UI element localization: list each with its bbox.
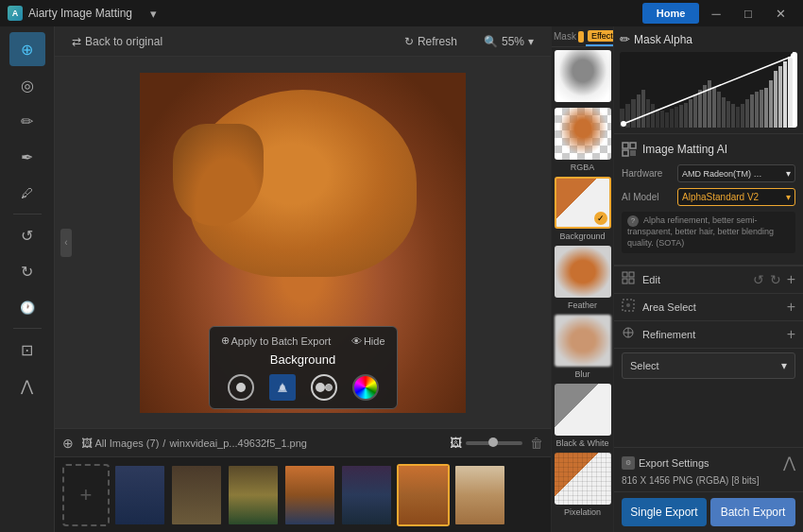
bw-thumb[interactable] bbox=[555, 384, 611, 436]
brush-tool-btn[interactable]: ◎ bbox=[9, 68, 45, 102]
scroll-handle[interactable]: ‹ bbox=[60, 229, 72, 257]
feather-thumb[interactable] bbox=[555, 246, 611, 298]
zoom-slider[interactable] bbox=[466, 441, 522, 445]
undo-tool-btn[interactable]: ↺ bbox=[9, 218, 45, 252]
svg-rect-28 bbox=[741, 104, 744, 128]
export-header: ⚙ Export Settings ⋀ bbox=[622, 454, 795, 472]
ai-model-dropdown[interactable]: AlphaStandard V2 bbox=[677, 188, 795, 206]
refinement-add-btn[interactable]: + bbox=[787, 326, 795, 343]
minimize-button[interactable]: ─ bbox=[701, 3, 731, 24]
svg-rect-32 bbox=[760, 90, 763, 128]
all-images-text: All Images (7) bbox=[94, 438, 159, 449]
svg-point-52 bbox=[626, 303, 630, 307]
blur-thumb[interactable] bbox=[555, 315, 611, 367]
hide-btn[interactable]: 👁 Hide bbox=[351, 335, 385, 347]
ai-model-info: ? Alpha refinement, better semi-transpar… bbox=[622, 212, 795, 253]
filmstrip-thumb-2[interactable] bbox=[170, 464, 223, 526]
svg-rect-29 bbox=[745, 99, 749, 128]
filmstrip-thumb-3[interactable] bbox=[227, 464, 280, 526]
effect-tab[interactable]: Effect bbox=[586, 26, 614, 46]
filmstrip-add-small-btn[interactable]: ⊕ bbox=[62, 436, 74, 451]
apply-batch-btn[interactable]: ⊕ Apply to Batch Export bbox=[221, 335, 332, 347]
svg-rect-21 bbox=[708, 80, 711, 128]
single-export-btn[interactable]: Single Export bbox=[622, 498, 707, 526]
image-matting-section: Image Matting AI Hardware AMD Radeon(TM)… bbox=[614, 134, 803, 266]
svg-rect-19 bbox=[698, 90, 702, 128]
select-dropdown[interactable]: Select ▾ bbox=[622, 352, 795, 379]
popup-icon-radio[interactable] bbox=[311, 374, 337, 401]
svg-rect-6 bbox=[637, 94, 641, 128]
image-icon: 🖼 bbox=[450, 436, 462, 450]
svg-rect-30 bbox=[750, 94, 754, 128]
ai-model-value: AlphaStandard V2 bbox=[682, 192, 759, 202]
mask-preview-inner bbox=[555, 50, 611, 102]
app-name: Aiarty Image Matting bbox=[28, 7, 132, 20]
histogram bbox=[620, 52, 797, 128]
svg-rect-39 bbox=[793, 52, 797, 128]
area-select-add-btn[interactable]: + bbox=[787, 299, 795, 316]
filmstrip-thumb-5[interactable] bbox=[340, 464, 393, 526]
batch-export-btn[interactable]: Batch Export bbox=[710, 498, 795, 526]
mask-tab-badge bbox=[578, 31, 584, 43]
rgba-thumb[interactable] bbox=[555, 108, 611, 160]
home-button[interactable]: Home bbox=[642, 3, 699, 24]
expand-tool-btn[interactable]: ⋀ bbox=[9, 369, 45, 403]
redo-tool-btn[interactable]: ↻ bbox=[9, 254, 45, 288]
svg-rect-26 bbox=[731, 104, 735, 128]
refresh-icon: ↻ bbox=[404, 35, 414, 48]
refresh-btn[interactable]: ↻ Refresh bbox=[399, 32, 463, 51]
rgba-item: RGBA bbox=[552, 105, 613, 174]
zoom-btn[interactable]: 🔍 55% ▾ bbox=[478, 32, 539, 51]
compare-tool-btn[interactable]: ⊡ bbox=[9, 333, 45, 367]
refinement-icon bbox=[622, 326, 637, 342]
mask-tab[interactable]: Mask bbox=[552, 26, 586, 46]
paint-tool-btn[interactable]: 🖊 bbox=[9, 176, 45, 210]
edit-label: Edit bbox=[642, 274, 747, 285]
app-dropdown-btn[interactable]: ▾ bbox=[138, 3, 168, 24]
hardware-row: Hardware AMD Radeon(TM) RX Vega 11 G bbox=[622, 164, 795, 182]
export-expand-btn[interactable]: ⋀ bbox=[783, 454, 795, 472]
filmstrip-thumb-7[interactable] bbox=[453, 464, 506, 526]
filmstrip-thumb-6[interactable] bbox=[397, 464, 450, 526]
bw-label: Black & White bbox=[552, 438, 613, 448]
mask-tab-label: Mask bbox=[554, 31, 576, 42]
edit-row: Edit ↺ ↻ + bbox=[614, 266, 803, 293]
refinement-actions: + bbox=[787, 326, 795, 343]
edit-add-btn[interactable]: + bbox=[787, 271, 795, 288]
effect-active-thumb[interactable]: ✓ bbox=[555, 177, 611, 229]
effect-tab-label: Effect bbox=[588, 30, 614, 42]
mask-preview-thumb[interactable] bbox=[555, 50, 611, 102]
export-icon-svg: ⚙ bbox=[622, 456, 635, 470]
svg-rect-12 bbox=[665, 112, 669, 128]
hardware-chevron bbox=[786, 168, 791, 179]
edit-undo-btn[interactable]: ↺ bbox=[753, 272, 764, 287]
back-to-original-btn[interactable]: ⇄ Back to original bbox=[66, 32, 168, 51]
info-text-content: Alpha refinement, better semi-transparen… bbox=[627, 215, 774, 248]
pixel-thumb[interactable] bbox=[555, 453, 611, 505]
history-tool-btn[interactable]: 🕐 bbox=[9, 290, 45, 324]
edit-redo-btn[interactable]: ↻ bbox=[770, 272, 781, 287]
back-label: Back to original bbox=[85, 35, 162, 48]
select-tool-btn[interactable]: ⊕ bbox=[9, 32, 45, 66]
close-button[interactable]: ✕ bbox=[765, 3, 795, 24]
edit-icon bbox=[622, 271, 637, 287]
svg-rect-7 bbox=[641, 90, 645, 128]
zoom-slider-thumb bbox=[488, 438, 498, 447]
popup-top: ⊕ Apply to Batch Export 👁 Hide bbox=[221, 335, 385, 347]
maximize-button[interactable]: □ bbox=[733, 3, 763, 24]
filmstrip-thumb-4[interactable] bbox=[283, 464, 336, 526]
svg-rect-9 bbox=[651, 104, 655, 128]
add-image-btn[interactable]: + bbox=[62, 464, 110, 526]
filmstrip-delete-btn[interactable]: 🗑 bbox=[530, 436, 543, 451]
popup-icon-circle[interactable] bbox=[228, 374, 254, 401]
popup-icon-color-wheel[interactable] bbox=[352, 374, 379, 401]
eraser-tool-btn[interactable]: ✏ bbox=[9, 104, 45, 138]
popup-icon-blue[interactable] bbox=[269, 374, 296, 401]
pen-tool-btn[interactable]: ✒ bbox=[9, 140, 45, 174]
svg-rect-5 bbox=[631, 99, 636, 128]
svg-text:⚙: ⚙ bbox=[625, 459, 631, 466]
popup-title: Background bbox=[221, 352, 385, 367]
hardware-dropdown[interactable]: AMD Radeon(TM) RX Vega 11 G bbox=[677, 164, 795, 182]
filmstrip-thumb-1[interactable] bbox=[113, 464, 166, 526]
effect-item-active: ✓ Background bbox=[552, 174, 613, 243]
